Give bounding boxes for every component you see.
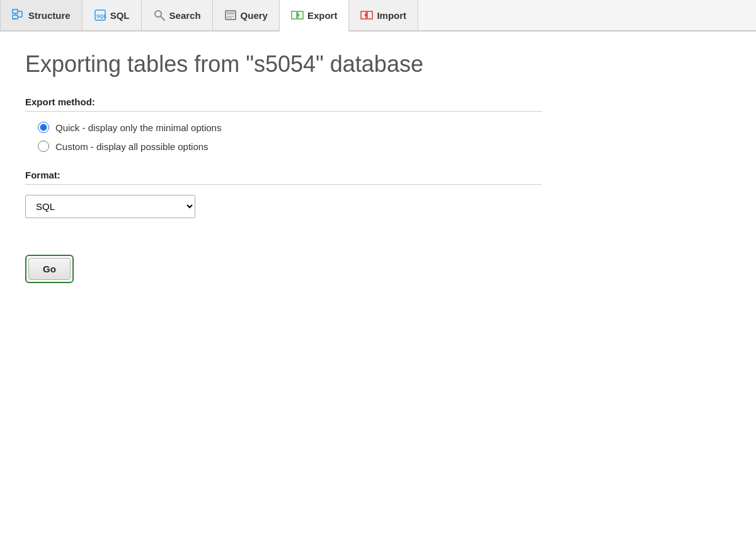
- radio-custom-input[interactable]: [38, 141, 49, 152]
- sql-icon: SQL: [94, 9, 106, 21]
- export-method-radio-group: Quick - display only the minimal options…: [25, 122, 542, 152]
- tab-sql[interactable]: SQL SQL: [83, 0, 142, 30]
- radio-quick-input[interactable]: [38, 122, 49, 133]
- radio-quick-label: Quick - display only the minimal options: [55, 122, 221, 133]
- tab-bar: Structure SQL SQL Search: [0, 0, 756, 32]
- svg-rect-0: [13, 9, 18, 13]
- page-title: Exporting tables from "s5054" database: [25, 50, 542, 78]
- tab-import-label: Import: [377, 10, 406, 21]
- format-label: Format:: [25, 170, 542, 185]
- tab-export[interactable]: Export: [280, 0, 350, 32]
- tab-export-label: Export: [307, 10, 338, 21]
- tab-structure-label: Structure: [28, 10, 71, 21]
- tab-structure[interactable]: Structure: [0, 0, 83, 30]
- svg-marker-16: [297, 13, 300, 17]
- format-section: Format: SQL CSV JSON XML PDF Excel: [25, 170, 542, 218]
- export-method-section: Export method: Quick - display only the …: [25, 96, 542, 152]
- format-select[interactable]: SQL CSV JSON XML PDF Excel: [25, 195, 195, 218]
- tab-sql-label: SQL: [110, 10, 130, 21]
- svg-rect-18: [367, 11, 372, 19]
- search-icon-tab: [153, 9, 166, 21]
- svg-line-8: [161, 16, 164, 20]
- export-icon: [291, 9, 304, 21]
- tab-query[interactable]: Query: [213, 0, 280, 30]
- go-button[interactable]: Go: [28, 258, 71, 280]
- svg-rect-10: [227, 12, 234, 15]
- radio-custom[interactable]: Custom - display all possible options: [38, 141, 542, 152]
- tab-search[interactable]: Search: [142, 0, 213, 30]
- radio-custom-label: Custom - display all possible options: [55, 141, 209, 152]
- tab-search-label: Search: [169, 10, 201, 21]
- svg-rect-13: [292, 11, 297, 19]
- svg-marker-20: [364, 13, 367, 17]
- svg-text:SQL: SQL: [96, 13, 106, 19]
- export-method-label: Export method:: [25, 96, 542, 112]
- svg-rect-1: [13, 15, 18, 19]
- go-button-wrapper: Go: [25, 255, 74, 283]
- structure-icon: [12, 9, 25, 21]
- query-icon: [224, 9, 237, 21]
- radio-quick[interactable]: Quick - display only the minimal options: [38, 122, 542, 133]
- tab-import[interactable]: Import: [349, 0, 418, 30]
- main-content: Exporting tables from "s5054" database E…: [0, 32, 567, 302]
- tab-query-label: Query: [241, 10, 268, 21]
- import-icon: [360, 9, 373, 21]
